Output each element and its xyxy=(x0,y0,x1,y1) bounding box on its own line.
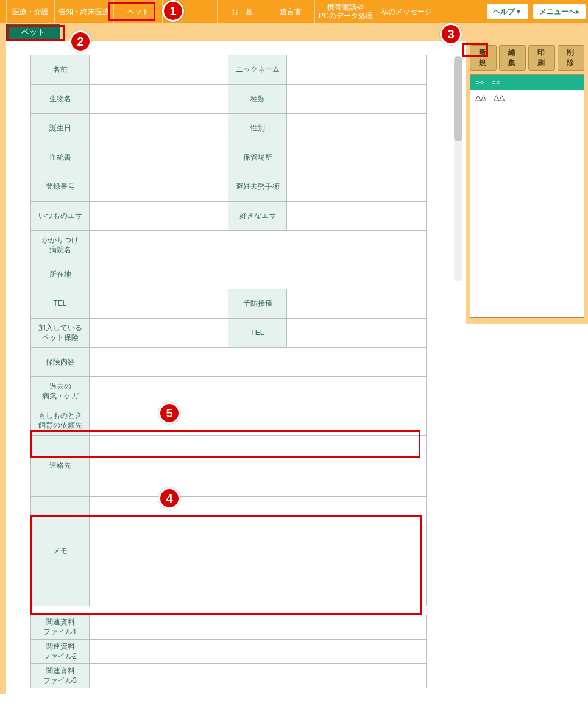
label-sex: 性別 xyxy=(228,114,287,143)
edit-button[interactable]: 編集 xyxy=(499,45,526,71)
value-species[interactable] xyxy=(90,85,228,114)
label-hospital: かかりつけ 病院名 xyxy=(31,231,90,260)
value-file1[interactable] xyxy=(90,615,427,640)
value-sex[interactable] xyxy=(287,114,427,143)
topbar: 医療・介護 告知・終末医療 ペット お 墓 遺言書 携帯電話や PCのデータ処理… xyxy=(0,0,588,23)
tab-medical[interactable]: 医療・介護 xyxy=(6,0,55,23)
delete-button[interactable]: 削除 xyxy=(558,45,584,71)
label-insurance: 加入している ペット保険 xyxy=(31,319,90,348)
label-food: いつものエサ xyxy=(31,202,90,231)
tab-pet[interactable]: ペット xyxy=(114,0,163,23)
label-species: 生物名 xyxy=(31,85,90,114)
value-vaccine[interactable] xyxy=(287,289,427,319)
value-memo[interactable] xyxy=(90,497,427,606)
scrollbar[interactable] xyxy=(454,56,462,281)
label-nickname: ニックネーム xyxy=(228,55,287,85)
list-item[interactable]: ○○ ○○ xyxy=(470,75,584,90)
value-file3[interactable] xyxy=(90,664,427,688)
menu-button[interactable]: メニューへ▸ xyxy=(533,4,586,19)
tab-phone-pc[interactable]: 携帯電話や PCのデータ処理 xyxy=(315,0,377,23)
new-button[interactable]: 新規 xyxy=(470,45,497,71)
label-emergency-caretaker: もしものとき 飼育の依頼先 xyxy=(31,406,90,436)
value-favfood[interactable] xyxy=(287,202,427,231)
tab-mymessage[interactable]: 私のメッセージ xyxy=(377,0,436,23)
print-button[interactable]: 印刷 xyxy=(528,45,555,71)
value-address[interactable] xyxy=(90,260,427,289)
callout-5: 5 xyxy=(158,402,180,424)
label-ins-content: 保険内容 xyxy=(31,348,90,377)
value-pedigree[interactable] xyxy=(90,143,228,172)
label-tel: TEL xyxy=(31,289,90,319)
value-ins-content[interactable] xyxy=(90,348,427,377)
label-vaccine: 予防接種 xyxy=(228,289,287,319)
label-type: 種類 xyxy=(228,85,287,114)
pet-form-table: 名前ニックネーム 生物名種類 誕生日性別 血統書保管場所 登録番号避妊去勢手術 … xyxy=(30,55,427,606)
label-favfood: 好きなエサ xyxy=(228,202,287,231)
value-past-illness[interactable] xyxy=(90,377,427,406)
label-name: 名前 xyxy=(31,55,90,85)
callout-3: 3 xyxy=(440,23,462,45)
subtab-pet[interactable]: ペット xyxy=(6,24,60,41)
record-list[interactable]: ○○ ○○ △△ △△ xyxy=(470,74,584,318)
callout-4: 4 xyxy=(158,487,180,509)
label-storage: 保管場所 xyxy=(228,143,287,172)
label-address: 所在地 xyxy=(31,260,90,289)
value-nickname[interactable] xyxy=(287,55,427,85)
list-item[interactable]: △△ △△ xyxy=(470,90,584,105)
value-name[interactable] xyxy=(90,55,228,85)
scrollbar-thumb[interactable] xyxy=(454,56,462,141)
value-neuter[interactable] xyxy=(287,172,427,202)
callout-1: 1 xyxy=(162,0,184,22)
value-regno[interactable] xyxy=(90,172,228,202)
file-table: 関連資料 ファイル1 関連資料 ファイル2 関連資料 ファイル3 xyxy=(30,615,427,688)
content: 名前ニックネーム 生物名種類 誕生日性別 血統書保管場所 登録番号避妊去勢手術 … xyxy=(0,41,588,694)
value-birthday[interactable] xyxy=(90,114,228,143)
value-file2[interactable] xyxy=(90,640,427,664)
label-neuter: 避妊去勢手術 xyxy=(228,172,287,202)
label-file3: 関連資料 ファイル3 xyxy=(31,664,90,688)
tab-grave[interactable]: お 墓 xyxy=(218,0,266,23)
value-type[interactable] xyxy=(287,85,427,114)
main-form-area: 名前ニックネーム 生物名種類 誕生日性別 血統書保管場所 登録番号避妊去勢手術 … xyxy=(6,41,466,694)
value-tel[interactable] xyxy=(90,289,228,319)
label-memo: メモ xyxy=(31,497,90,606)
value-food[interactable] xyxy=(90,202,228,231)
value-emergency-caretaker[interactable] xyxy=(90,406,427,436)
value-insurance[interactable] xyxy=(90,319,228,348)
label-ins-tel: TEL xyxy=(228,319,287,348)
label-pedigree: 血統書 xyxy=(31,143,90,172)
tab-will[interactable]: 遺言書 xyxy=(266,0,315,23)
label-past-illness: 過去の 病気・ケガ xyxy=(31,377,90,406)
label-contact: 連絡先 xyxy=(31,436,90,497)
callout-2: 2 xyxy=(69,30,91,52)
label-file2: 関連資料 ファイル2 xyxy=(31,640,90,664)
tab-notice[interactable]: 告知・終末医療 xyxy=(55,0,114,23)
label-birthday: 誕生日 xyxy=(31,114,90,143)
label-regno: 登録番号 xyxy=(31,172,90,202)
value-storage[interactable] xyxy=(287,143,427,172)
value-ins-tel[interactable] xyxy=(287,319,427,348)
value-contact[interactable] xyxy=(90,436,427,497)
help-button[interactable]: ヘルプ▼ xyxy=(487,4,528,19)
value-hospital[interactable] xyxy=(90,231,427,260)
label-file1: 関連資料 ファイル1 xyxy=(31,615,90,640)
right-panel: 新規 編集 印刷 削除 ○○ ○○ △△ △△ xyxy=(466,41,588,324)
